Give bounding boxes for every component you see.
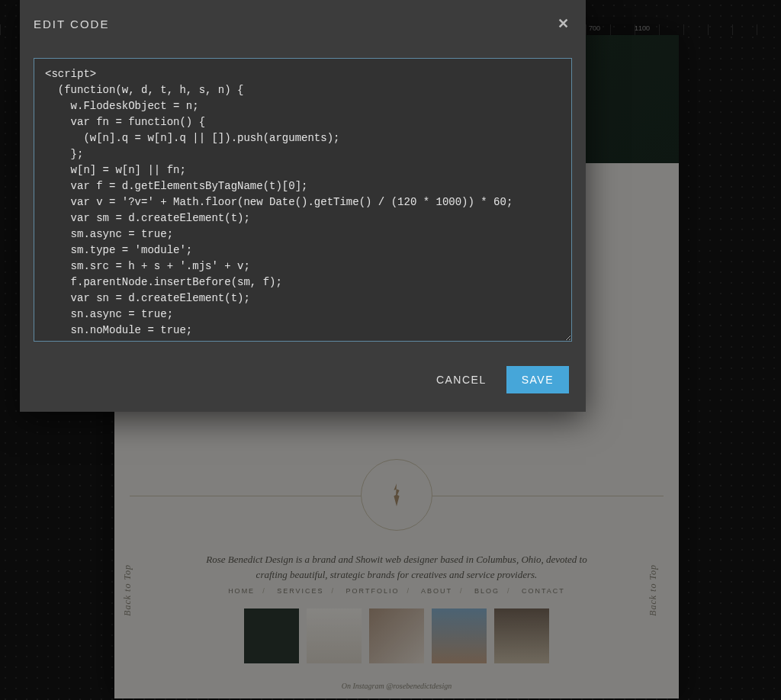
edit-code-modal: EDIT CODE ✕ CANCEL SAVE [20,0,586,412]
save-button[interactable]: SAVE [506,366,569,393]
close-icon[interactable]: ✕ [554,12,572,35]
modal-header: EDIT CODE ✕ [20,0,586,46]
modal-title: EDIT CODE [34,18,109,31]
code-textarea[interactable] [34,58,572,342]
cancel-button[interactable]: CANCEL [436,374,487,386]
modal-footer: CANCEL SAVE [20,345,586,412]
